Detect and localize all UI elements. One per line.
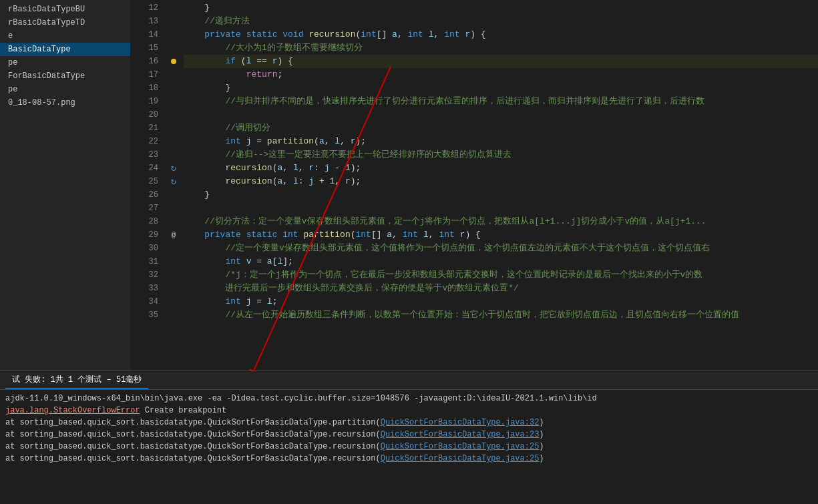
ln-35: 35: [130, 308, 158, 322]
code-line-22: int j = partition(a, l, r);: [184, 135, 818, 148]
ln-28: 28: [130, 215, 158, 228]
code-line-35: //从左一位开始遍历数组三条件判断，以数第一个位置开始：当它小于切点值时，把它放…: [184, 308, 818, 322]
gutter-24: ↻: [164, 162, 184, 175]
ln-21: 21: [130, 121, 158, 135]
code-line-19: //与归并排序不同的是，快速排序先进行了切分进行元素位置的排序，后进行递归，而归…: [184, 95, 818, 108]
debug-icon-25: ↻: [171, 175, 176, 188]
at-icon-29: @: [172, 228, 176, 242]
gutter: ↻ ↻ @: [164, 0, 184, 370]
code-line-30: //定一个变量v保存数组头部元素值，这个值将作为一个切点的值，这个切点值左边的元…: [184, 242, 818, 255]
stack-link-2[interactable]: QuickSortForBasicDataType.java:23: [381, 430, 540, 439]
ln-33: 33: [130, 282, 158, 295]
code-line-17: return;: [184, 68, 818, 81]
gutter-18: [164, 81, 184, 95]
stack-link-1[interactable]: QuickSortForBasicDataType.java:32: [381, 418, 540, 427]
gutter-19: [164, 95, 184, 108]
gutter-31: [164, 255, 184, 268]
sidebar-item-0[interactable]: rBasicDataTypeBU: [0, 3, 130, 16]
stack-trace-4: at sorting_based.quick_sort.basicdatatyp…: [5, 453, 813, 465]
sidebar-item-forbasic[interactable]: ForBasicDataType: [0, 69, 130, 83]
gutter-16: [164, 55, 184, 68]
gutter-12: [164, 1, 184, 15]
code-line-27: [184, 202, 818, 215]
stack-trace-3: at sorting_based.quick_sort.basicdatatyp…: [5, 441, 813, 453]
sidebar-item-png[interactable]: 0_18-08-57.png: [0, 96, 130, 109]
stack-trace-2: at sorting_based.quick_sort.basicdatatyp…: [5, 429, 813, 441]
bottom-content: ajdk-11.0.10_windows-x64_bin\bin\java.ex…: [0, 390, 818, 504]
stack-overflow-error[interactable]: java.lang.StackOverflowError: [5, 406, 140, 415]
ln-32: 32: [130, 268, 158, 282]
breakpoint-dot[interactable]: [171, 59, 176, 64]
sidebar-item-6[interactable]: pe: [0, 83, 130, 96]
gutter-26: [164, 188, 184, 202]
code-line-13: //递归方法: [184, 15, 818, 28]
code-container: 12 13 14 15 16 17 18 19 20 21 22 23 24 2…: [130, 0, 818, 370]
gutter-35: [164, 308, 184, 322]
gutter-25: ↻: [164, 175, 184, 188]
code-line-23: //递归-->这里一定要注意不要把上一轮已经排好序的大数组的切点算进去: [184, 148, 818, 162]
sidebar-item-4[interactable]: pe: [0, 56, 130, 69]
console-cmd-line: ajdk-11.0.10_windows-x64_bin\bin\java.ex…: [5, 393, 813, 405]
ln-13: 13: [130, 15, 158, 28]
ln-29: 29: [130, 228, 158, 242]
bottom-tabs: 试 失败: 1共 1 个测试 – 51毫秒: [0, 371, 818, 390]
code-line-32: /*j：定一个j将作为一个切点，它在最后一步没和数组头部元素交换时，这个位置此时…: [184, 268, 818, 282]
gutter-15: [164, 41, 184, 55]
sidebar-item-2[interactable]: e: [0, 29, 130, 43]
ln-30: 30: [130, 242, 158, 255]
code-line-15: //大小为1的子数组不需要继续切分: [184, 41, 818, 55]
sidebar-item-basicdatatype[interactable]: BasicDataType: [0, 43, 130, 56]
stack-link-3[interactable]: QuickSortForBasicDataType.java:25: [381, 442, 540, 451]
code-line-14: private static void recursion(int[] a, i…: [184, 28, 818, 41]
gutter-34: [164, 295, 184, 308]
code-line-31: int v = a[l];: [184, 255, 818, 268]
sidebar-item-1[interactable]: rBasicDataTypeTD: [0, 16, 130, 29]
ln-26: 26: [130, 188, 158, 202]
gutter-27: [164, 202, 184, 215]
ln-25: 25: [130, 175, 158, 188]
code-line-29: private static int partition(int[] a, in…: [184, 228, 818, 242]
gutter-32: [164, 268, 184, 282]
gutter-21: [164, 121, 184, 135]
bottom-panel: 试 失败: 1共 1 个测试 – 51毫秒 ajdk-11.0.10_windo…: [0, 370, 818, 504]
ln-18: 18: [130, 81, 158, 95]
ln-23: 23: [130, 148, 158, 162]
code-line-20: [184, 108, 818, 121]
code-line-33: 进行完最后一步和数组头部元素交换后，保存的便是等于v的数组元素位置*/: [184, 282, 818, 295]
ln-15: 15: [130, 41, 158, 55]
code-line-34: int j = l;: [184, 295, 818, 308]
stack-trace-1: at sorting_based.quick_sort.basicdatatyp…: [5, 417, 813, 429]
gutter-29: @: [164, 228, 184, 242]
test-results-tab[interactable]: 试 失败: 1共 1 个测试 – 51毫秒: [5, 371, 148, 389]
main-area: rBasicDataTypeBU rBasicDataTypeTD e Basi…: [0, 0, 818, 370]
ln-27: 27: [130, 202, 158, 215]
sidebar: rBasicDataTypeBU rBasicDataTypeTD e Basi…: [0, 0, 130, 370]
ln-20: 20: [130, 108, 158, 121]
ln-17: 17: [130, 68, 158, 81]
gutter-13: [164, 15, 184, 28]
editor-wrapper: 12 13 14 15 16 17 18 19 20 21 22 23 24 2…: [130, 0, 818, 370]
code-line-16: if (l == r) {: [184, 55, 818, 68]
create-breakpoint-link[interactable]: Create breakpoint: [145, 406, 226, 415]
ln-19: 19: [130, 95, 158, 108]
code-line-25: recursion(a, l: j + 1, r);: [184, 175, 818, 188]
gutter-17: [164, 68, 184, 81]
ln-24: 24: [130, 162, 158, 175]
console-error-line: java.lang.StackOverflowError Create brea…: [5, 405, 813, 417]
gutter-28: [164, 215, 184, 228]
code-lines: } //递归方法 private static void recursion(i…: [184, 0, 818, 370]
ln-14: 14: [130, 28, 158, 41]
gutter-20: [164, 108, 184, 121]
gutter-33: [164, 282, 184, 295]
stack-link-4[interactable]: QuickSortForBasicDataType.java:25: [381, 454, 540, 463]
code-line-26: }: [184, 188, 818, 202]
gutter-22: [164, 135, 184, 148]
code-line-21: //调用切分: [184, 121, 818, 135]
gutter-23: [164, 148, 184, 162]
code-line-18: }: [184, 81, 818, 95]
debug-icon-24: ↻: [171, 162, 176, 175]
code-line-24: recursion(a, l, r: j - 1);: [184, 162, 818, 175]
gutter-30: [164, 242, 184, 255]
ln-12: 12: [130, 1, 158, 15]
ln-34: 34: [130, 295, 158, 308]
